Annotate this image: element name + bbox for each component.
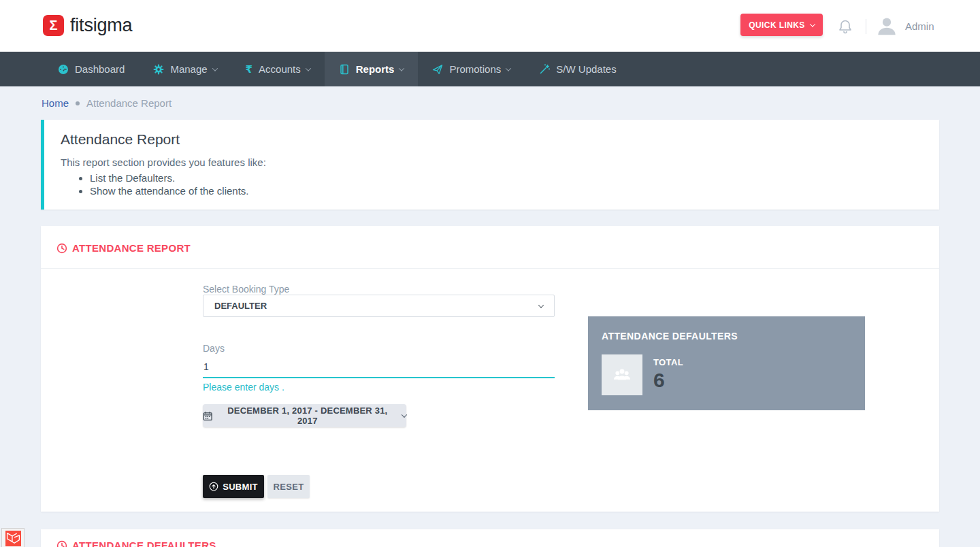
- widget-title: ATTENDANCE DEFAULTERS: [602, 331, 738, 342]
- notifications-bell-icon[interactable]: [836, 18, 855, 37]
- feature-item: Show the attendance of the clients.: [90, 184, 939, 197]
- laravel-logo-icon: [5, 531, 21, 546]
- nav-label: Dashboard: [75, 63, 125, 75]
- feature-item: List the Defaulters.: [90, 171, 939, 184]
- nav-label: S/W Updates: [556, 63, 616, 75]
- breadcrumb: Home Attendance Report: [42, 97, 172, 109]
- card-heading-label: ATTENDANCE REPORT: [72, 242, 191, 254]
- rupee-icon: ₹: [246, 64, 252, 74]
- nav-item-dashboard[interactable]: Dashboard: [44, 52, 139, 86]
- breadcrumb-home-link[interactable]: Home: [42, 97, 69, 109]
- header-divider: [866, 19, 866, 34]
- feature-list: List the Defaulters. Show the attendance…: [61, 171, 939, 197]
- reset-button[interactable]: RESET: [267, 475, 310, 498]
- booking-type-value: DEFAULTER: [214, 301, 267, 311]
- sigma-glyph: Σ: [49, 18, 57, 33]
- quick-links-button[interactable]: QUICK LINKS: [740, 14, 823, 36]
- nav-label: Manage: [170, 63, 207, 75]
- brand-name: fitsigma: [70, 15, 132, 36]
- nav-item-accounts[interactable]: ₹ Accounts: [231, 52, 325, 86]
- main-navbar: Dashboard Manage ₹ Acco: [0, 52, 980, 86]
- gear-icon: [153, 64, 164, 75]
- chevron-down-icon: [402, 412, 407, 417]
- chevron-down-icon: [306, 65, 311, 71]
- attendance-defaulters-widget: ATTENDANCE DEFAULTERS TOTAL 6: [588, 316, 865, 410]
- chevron-down-icon: [538, 302, 544, 308]
- card-heading-label: ATTENDANCE DEFAULTERS: [72, 540, 216, 547]
- days-helper-text: Please enter days .: [203, 382, 284, 393]
- attendance-defaulters-card: ATTENDANCE DEFAULTERS: [41, 529, 939, 547]
- nav-label: Accounts: [259, 63, 301, 75]
- widget-total-label: TOTAL: [653, 357, 683, 367]
- heading-divider: [41, 268, 939, 269]
- chevron-down-icon: [506, 65, 511, 71]
- brand-logo-icon[interactable]: Σ: [43, 15, 64, 36]
- clock-icon: [56, 540, 67, 547]
- debugbar-toggle-button[interactable]: [1, 528, 24, 547]
- booking-type-select[interactable]: DEFAULTER: [203, 295, 555, 317]
- nav-item-manage[interactable]: Manage: [139, 52, 231, 86]
- submit-label: SUBMIT: [223, 482, 258, 492]
- nav-label: Reports: [356, 63, 395, 75]
- nav-item-promotions[interactable]: Promotions: [418, 52, 525, 86]
- top-header: Σ fitsigma QUICK LINKS Admin: [0, 0, 980, 52]
- days-label: Days: [203, 343, 225, 354]
- app-root: Σ fitsigma QUICK LINKS Admin: [0, 0, 980, 547]
- breadcrumb-separator: [76, 101, 80, 105]
- booking-type-label: Select Booking Type: [203, 284, 289, 295]
- nav-item-reports[interactable]: Reports: [325, 52, 419, 86]
- date-range-label: DECEMBER 1, 2017 - DECEMBER 31, 2017: [219, 405, 395, 426]
- paper-plane-icon: [432, 64, 443, 75]
- tachometer-icon: [58, 64, 69, 75]
- nav-label: Promotions: [449, 63, 501, 75]
- card-heading: ATTENDANCE REPORT: [56, 242, 191, 254]
- widget-total-value: 6: [653, 369, 665, 392]
- intro-description: This report section provides you feature…: [61, 156, 939, 168]
- report-book-icon: [339, 64, 350, 75]
- nav-item-sw-updates[interactable]: S/W Updates: [525, 52, 630, 86]
- chevron-down-icon: [212, 65, 217, 71]
- submit-button[interactable]: SUBMIT: [203, 475, 264, 498]
- days-input[interactable]: [203, 361, 555, 378]
- intro-card: Attendance Report This report section pr…: [41, 120, 939, 210]
- calendar-icon: [203, 411, 212, 421]
- reset-label: RESET: [274, 482, 304, 492]
- chevron-down-icon: [399, 65, 404, 71]
- user-name-label[interactable]: Admin: [905, 20, 934, 32]
- widget-icon-box: [602, 354, 642, 395]
- circle-arrow-up-icon: [209, 482, 218, 491]
- chevron-down-icon: [809, 21, 815, 27]
- magic-wand-icon: [539, 64, 550, 75]
- attendance-report-card: ATTENDANCE REPORT Select Booking Type DE…: [41, 226, 939, 512]
- page-title: Attendance Report: [61, 131, 939, 148]
- user-avatar[interactable]: [876, 15, 898, 37]
- date-range-button[interactable]: DECEMBER 1, 2017 - DECEMBER 31, 2017: [203, 404, 406, 427]
- users-group-icon: [611, 364, 633, 386]
- card-heading: ATTENDANCE DEFAULTERS: [56, 540, 939, 547]
- quick-links-label: QUICK LINKS: [749, 20, 804, 30]
- clock-icon: [56, 243, 67, 254]
- breadcrumb-current: Attendance Report: [86, 97, 172, 109]
